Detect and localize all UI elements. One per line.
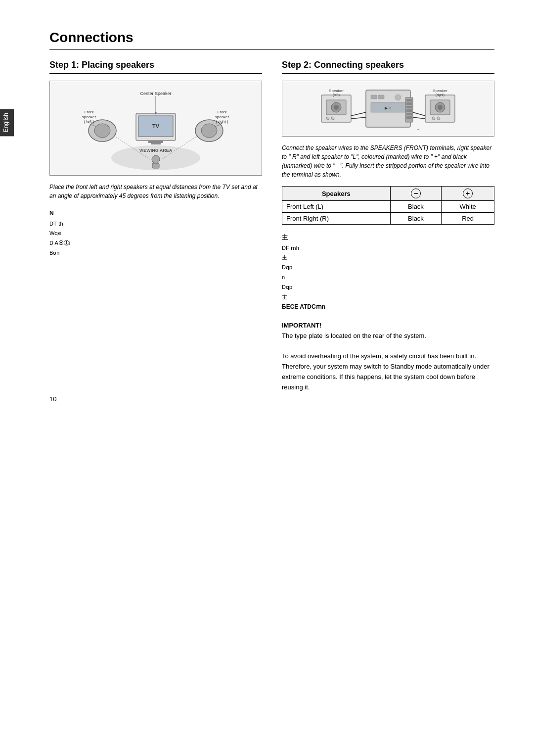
svg-line-56 <box>351 117 366 119</box>
table-row: Front Left (L) Black White <box>282 201 494 213</box>
svg-rect-44 <box>406 109 412 112</box>
col-right: Step 2: Connecting speakers Speaker (lef… <box>282 60 494 393</box>
svg-text:( right ): ( right ) <box>216 119 228 124</box>
svg-text:Front: Front <box>85 110 94 114</box>
right-note-6: D𝗊p <box>282 283 494 292</box>
svg-text:▶  ○: ▶ ○ <box>385 106 391 110</box>
svg-text:Center Speaker: Center Speaker <box>140 91 171 96</box>
svg-text:Speaker: Speaker <box>433 89 447 93</box>
minus-symbol: − <box>411 189 421 198</box>
right-note-2: DF 𝗆h <box>282 243 494 253</box>
note-line-5: B𝗈n <box>49 248 262 258</box>
connection-diagram: Speaker (left) ▶ ○ <box>282 81 494 137</box>
svg-line-58 <box>413 117 425 119</box>
main-content: Step 1: Placing speakers TV Center Speak… <box>49 60 494 393</box>
svg-point-53 <box>432 117 435 120</box>
svg-rect-45 <box>406 113 412 115</box>
svg-rect-42 <box>406 102 412 105</box>
step2-heading: Step 2: Connecting speakers <box>282 60 494 74</box>
svg-rect-36 <box>378 95 384 99</box>
table-header-speakers: Speakers <box>282 187 391 201</box>
svg-text:(right): (right) <box>436 93 445 97</box>
multilingual-notes-right: 主 DF 𝗆h 主 D𝗊p n D𝗊p 主 БECE ATDС𝗆n <box>282 233 494 313</box>
svg-point-15 <box>201 124 217 138</box>
speaker-plus-1: White <box>442 201 494 213</box>
svg-point-37 <box>395 94 401 100</box>
svg-rect-46 <box>406 116 412 119</box>
important-section: IMPORTANT! The type plate is located on … <box>282 321 494 393</box>
step1-heading: Step 1: Placing speakers <box>49 60 262 74</box>
right-note-1: 主 <box>282 233 494 243</box>
note-line-1: N <box>49 208 262 219</box>
important-text-2: To avoid overheating of the system, a sa… <box>282 351 494 392</box>
svg-rect-43 <box>406 106 412 108</box>
plus-symbol: + <box>463 189 473 198</box>
svg-point-33 <box>331 117 334 120</box>
svg-text:speaker: speaker <box>215 115 229 119</box>
step1-caption: Place the front left and right speakers … <box>49 183 262 200</box>
svg-line-55 <box>351 112 366 116</box>
svg-rect-4 <box>148 141 163 143</box>
right-note-5: n <box>282 273 494 283</box>
svg-text:→: → <box>416 127 420 132</box>
svg-point-9 <box>94 124 110 138</box>
speaker-plus-2: Red <box>442 213 494 225</box>
speaker-name-2: Front Right (R) <box>282 213 391 225</box>
svg-rect-5 <box>151 143 161 144</box>
connection-instruction: Connect the speaker wires to the SPEAKER… <box>282 143 494 179</box>
note-line-3: W𝗊e <box>49 229 262 238</box>
speaker-minus-1: Black <box>390 201 442 213</box>
speaker-placement-diagram: TV Center Speaker Front speaker ( left ) <box>49 81 262 176</box>
note-line-2: DT 𝗍h <box>49 219 262 229</box>
important-text-1: The type plate is located on the rear of… <box>282 331 494 341</box>
svg-point-32 <box>326 117 329 120</box>
svg-line-57 <box>413 112 425 116</box>
table-header-minus: − <box>390 187 442 201</box>
right-note-7: 主 <box>282 292 494 302</box>
multilingual-notes-left: N DT 𝗍h W𝗊e D A⦿①i B𝗈n <box>49 208 262 258</box>
speaker-wiring-table: Speakers − + Front Left (L) Black White <box>282 186 494 225</box>
svg-point-20 <box>152 155 160 163</box>
svg-text:( left ): ( left ) <box>84 119 94 124</box>
speaker-name-1: Front Left (L) <box>282 201 391 213</box>
col-left: Step 1: Placing speakers TV Center Speak… <box>49 60 262 393</box>
important-title: IMPORTANT! <box>282 321 494 331</box>
table-header-plus: + <box>442 187 494 201</box>
svg-text:VIEWING AREA: VIEWING AREA <box>139 148 173 153</box>
svg-text:(left): (left) <box>333 93 340 97</box>
speaker-minus-2: Black <box>390 213 442 225</box>
svg-text:Speaker: Speaker <box>329 89 344 93</box>
page-number: 10 <box>49 395 56 403</box>
svg-point-31 <box>334 105 339 110</box>
svg-point-52 <box>438 105 443 110</box>
svg-text:TV: TV <box>152 123 160 129</box>
svg-rect-41 <box>406 99 412 101</box>
svg-rect-35 <box>371 95 377 99</box>
page-title: Connections <box>49 30 494 50</box>
svg-text:speaker: speaker <box>82 115 96 119</box>
table-row: Front Right (R) Black Red <box>282 213 494 225</box>
svg-text:Front: Front <box>218 110 227 114</box>
note-line-4: D A⦿①i <box>49 238 262 248</box>
svg-point-54 <box>437 117 440 120</box>
right-note-4: D𝗊p <box>282 263 494 273</box>
svg-rect-21 <box>152 163 159 168</box>
right-note-3: 主 <box>282 253 494 263</box>
right-note-8: БECE ATDС𝗆n <box>282 302 494 313</box>
